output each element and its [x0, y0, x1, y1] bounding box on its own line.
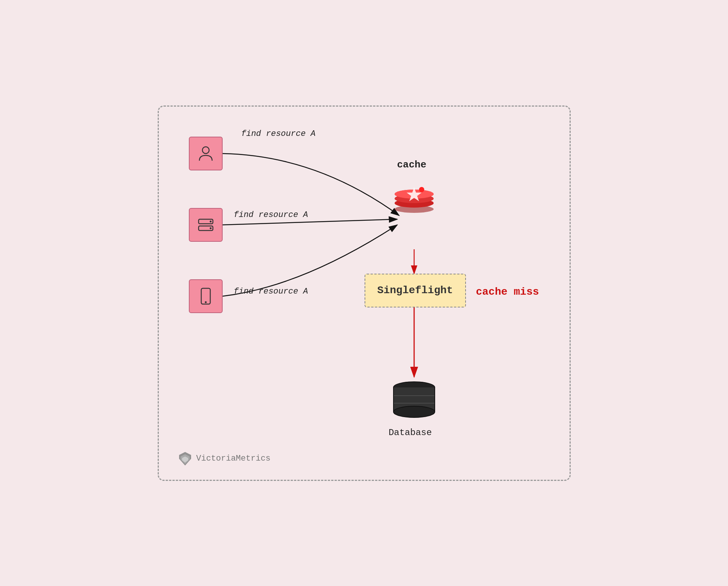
- redis-icon: [392, 176, 437, 215]
- svg-point-4: [202, 147, 209, 154]
- arrow-label-1: find resource A: [241, 129, 316, 139]
- database-label: Database: [380, 428, 440, 438]
- vm-logo-icon: [178, 451, 193, 466]
- vm-logo: VictoriaMetrics: [178, 451, 271, 466]
- user-icon: [196, 144, 215, 163]
- diagram-container: find resource A find resource A find res…: [158, 105, 571, 481]
- svg-point-7: [210, 220, 211, 222]
- arrow-label-3: find resource A: [234, 287, 308, 296]
- svg-point-17: [419, 187, 424, 192]
- svg-point-8: [210, 227, 211, 229]
- redis-svg: [392, 176, 437, 214]
- cache-miss-label: cache miss: [476, 286, 539, 298]
- singleflight-label: Singleflight: [377, 285, 453, 296]
- client-server-box: [189, 208, 223, 242]
- client-mobile-box: [189, 279, 223, 313]
- vm-logo-text: VictoriaMetrics: [196, 454, 271, 463]
- arrow-label-2: find resource A: [234, 210, 308, 220]
- database-svg: [384, 377, 444, 426]
- svg-point-10: [205, 301, 206, 303]
- database-icon: [384, 377, 444, 428]
- server-icon: [196, 215, 215, 234]
- svg-point-20: [393, 406, 435, 417]
- client-user-box: [189, 137, 223, 170]
- mobile-icon: [196, 287, 215, 306]
- cache-label: cache: [397, 159, 427, 170]
- singleflight-box: Singleflight: [365, 274, 466, 307]
